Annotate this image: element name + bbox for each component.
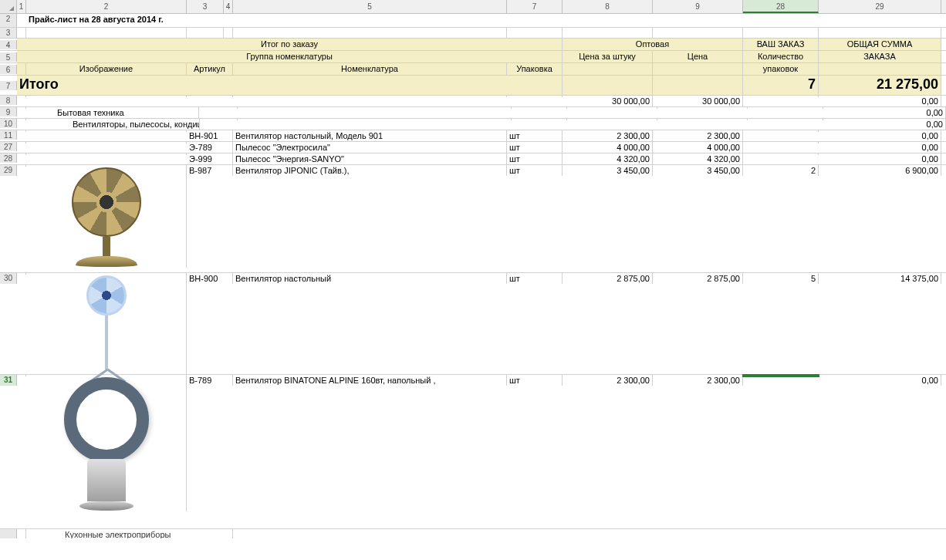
- price: 4 000,00: [653, 142, 743, 153]
- price-per-unit: 2 300,00: [563, 130, 653, 141]
- row-header[interactable]: 7: [0, 81, 17, 90]
- header-nomen: Номенклатура: [233, 63, 507, 75]
- col-header[interactable]: 1: [17, 0, 26, 13]
- qty-cell[interactable]: [743, 142, 819, 143]
- col-header[interactable]: 3: [187, 0, 224, 13]
- select-all-corner[interactable]: [0, 0, 17, 13]
- row-sum: 6 900,00: [819, 165, 941, 176]
- pack-unit: шт: [507, 130, 563, 141]
- price-per-unit: 2 875,00: [563, 273, 653, 284]
- header-nomen-group: Группа номенклатуры: [17, 51, 563, 62]
- pack-unit: шт: [507, 142, 563, 153]
- price: 2 300,00: [653, 375, 743, 386]
- product-image: [49, 377, 164, 511]
- row-sum: 0,00: [819, 153, 941, 164]
- row-header[interactable]: 29: [0, 165, 17, 176]
- product-name: Пылесос "Энергия-SANYO": [233, 153, 507, 164]
- header-grand-total2: ЗАКАЗА: [819, 51, 941, 62]
- col-header[interactable]: 5: [233, 0, 507, 13]
- spreadsheet[interactable]: 1 2 3 4 5 7 8 9 28 29 2 Прайс-лист на 28…: [0, 0, 946, 560]
- qty-cell[interactable]: [743, 130, 819, 132]
- col-header-active[interactable]: 28: [743, 0, 819, 13]
- qty-cell[interactable]: 5: [743, 273, 819, 284]
- row-sum: 0,00: [823, 119, 946, 130]
- price: 2 300,00: [653, 130, 743, 141]
- qty-cell[interactable]: [748, 107, 823, 109]
- col-header[interactable]: 2: [26, 0, 187, 13]
- category-label: Бытовая техника: [26, 107, 199, 118]
- qty-cell[interactable]: [743, 96, 819, 97]
- row-header[interactable]: 28: [0, 153, 17, 163]
- pack-unit: шт: [507, 273, 563, 284]
- row-header[interactable]: 30: [0, 273, 17, 284]
- col-header[interactable]: 7: [507, 0, 563, 13]
- product-name: Вентилятор настольный: [233, 273, 507, 284]
- price-per-unit: 4 320,00: [563, 153, 653, 164]
- article-code: ВН-901: [187, 130, 233, 141]
- totals-qty: 7: [743, 76, 819, 95]
- product-name: Вентилятор настольный, Модель 901: [233, 130, 507, 141]
- row-header[interactable]: 8: [0, 96, 17, 105]
- row-header[interactable]: 27: [0, 142, 17, 151]
- product-image: [49, 275, 164, 385]
- row-header[interactable]: 10: [0, 119, 17, 128]
- row-header[interactable]: 31: [0, 375, 17, 386]
- col-header[interactable]: 29: [819, 0, 941, 13]
- col-header[interactable]: 9: [653, 0, 743, 13]
- qty-cell[interactable]: [743, 375, 819, 376]
- row-header[interactable]: 2: [0, 14, 17, 27]
- row-header[interactable]: 9: [0, 107, 17, 116]
- header-grand-total: ОБЩАЯ СУММА: [819, 39, 941, 50]
- qty-cell[interactable]: 2: [743, 165, 819, 176]
- page-title: Прайс-лист на 28 августа 2014 г.: [26, 14, 166, 27]
- pack-unit: шт: [507, 375, 563, 386]
- product-name: Пылесос "Электросила": [233, 142, 507, 153]
- col-header[interactable]: 4: [224, 0, 233, 13]
- header-article: Артикул: [187, 63, 233, 75]
- header-image: Изображение: [26, 63, 187, 75]
- article-code: В-789: [187, 375, 233, 386]
- header-price: Цена: [653, 51, 743, 62]
- price-per-unit: 3 450,00: [563, 165, 653, 176]
- header-wholesale: Оптовая: [563, 39, 743, 50]
- row-header[interactable]: 5: [0, 52, 17, 62]
- header-qty: Количество: [743, 51, 819, 62]
- totals-sum: 21 275,00: [819, 76, 941, 95]
- price: 4 320,00: [653, 153, 743, 164]
- article-code: Э-999: [187, 153, 233, 164]
- category-label: Вентиляторы, пылесосы, кондиционеры: [26, 119, 200, 130]
- header-order-summary: Итог по заказу: [17, 39, 563, 50]
- col-header[interactable]: 8: [563, 0, 653, 13]
- price-per-unit: 2 300,00: [563, 375, 653, 386]
- price-per-unit: 4 000,00: [563, 142, 653, 153]
- article-code: Э-789: [187, 142, 233, 153]
- header-qty2: упаковок: [743, 63, 819, 75]
- column-headers[interactable]: 1 2 3 4 5 7 8 9 28 29: [0, 0, 946, 14]
- row-sum: 0,00: [823, 107, 946, 118]
- row-sum: 0,00: [819, 130, 941, 141]
- pack-unit: шт: [507, 153, 563, 164]
- row-sum: 0,00: [819, 96, 941, 106]
- qty-cell[interactable]: [748, 119, 823, 120]
- qty-cell[interactable]: [743, 153, 819, 155]
- header-pack: Упаковка: [507, 63, 563, 75]
- pack-unit: шт: [507, 165, 563, 176]
- row-header[interactable]: 3: [0, 28, 17, 38]
- product-name: Вентилятор JIPONIC (Тайв.),: [233, 165, 507, 176]
- header-price-unit: Цена за штуку: [563, 51, 653, 62]
- row-header[interactable]: [0, 529, 17, 538]
- row-sum: 14 375,00: [819, 273, 941, 284]
- article-code: В-987: [187, 165, 233, 176]
- price: 3 450,00: [653, 165, 743, 176]
- price: 30 000,00: [653, 96, 743, 106]
- product-image: [49, 167, 164, 267]
- row-header[interactable]: 11: [0, 130, 17, 140]
- article-code: ВН-900: [187, 273, 233, 284]
- row-sum: 0,00: [819, 375, 941, 386]
- row-header[interactable]: 4: [0, 40, 17, 49]
- header-your-order: ВАШ ЗАКАЗ: [743, 39, 819, 50]
- price: 2 875,00: [653, 273, 743, 284]
- row-header[interactable]: 6: [0, 65, 17, 74]
- product-name: Вентилятор BINATONE ALPINE 160вт, наполь…: [233, 375, 507, 386]
- price-per-unit: 30 000,00: [563, 96, 653, 106]
